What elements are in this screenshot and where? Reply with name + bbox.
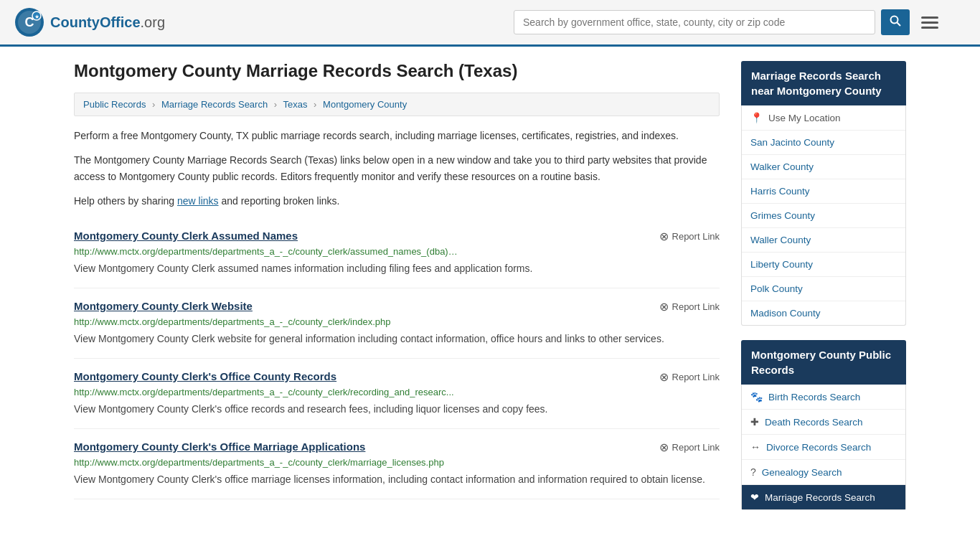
birth-icon: 🐾 <box>750 391 763 402</box>
public-records-link-4[interactable]: ❤ Marriage Records Search <box>742 485 905 509</box>
public-records-link-0[interactable]: 🐾 Birth Records Search <box>742 385 905 409</box>
site-header: C ★ CountyOffice.org <box>0 0 980 47</box>
main-content: Montgomery County Marriage Records Searc… <box>74 61 720 524</box>
public-records-item-1: ✚ Death Records Search <box>742 410 905 435</box>
search-input[interactable] <box>514 10 875 34</box>
breadcrumb-montgomery-county[interactable]: Montgomery County <box>323 99 407 110</box>
record-desc-2: View Montgomery County Clerk's office re… <box>74 402 720 417</box>
sidebar: Marriage Records Search near Montgomery … <box>741 61 906 524</box>
record-url-0: http://www.mctx.org/departments/departme… <box>74 246 720 257</box>
nearby-item-8: Madison County <box>742 301 905 325</box>
description-1: Perform a free Montgomery County, TX pub… <box>74 128 720 143</box>
nearby-item-4: Grimes County <box>742 204 905 228</box>
description-2: The Montgomery County Marriage Records S… <box>74 152 720 184</box>
search-button[interactable] <box>881 9 910 35</box>
nearby-item-3: Harris County <box>742 179 905 204</box>
record-item-header: Montgomery County Clerk Assumed Names ⊗ … <box>74 230 720 243</box>
record-desc-3: View Montgomery County Clerk's office ma… <box>74 472 720 487</box>
record-title-2[interactable]: Montgomery County Clerk's Office County … <box>74 370 336 382</box>
public-records-section: Montgomery County Public Records 🐾 Birth… <box>741 340 906 510</box>
public-records-link-2[interactable]: ↔ Divorce Records Search <box>742 435 905 459</box>
public-records-item-0: 🐾 Birth Records Search <box>742 385 905 410</box>
records-list: Montgomery County Clerk Assumed Names ⊗ … <box>74 218 720 499</box>
genealogy-icon: ? <box>750 466 756 478</box>
report-link-3[interactable]: ⊗ Report Link <box>659 441 720 454</box>
marriage-icon: ❤ <box>750 491 759 503</box>
nearby-link-6[interactable]: Liberty County <box>742 253 905 276</box>
nearby-link-4[interactable]: Grimes County <box>742 204 905 227</box>
menu-button[interactable] <box>915 14 944 32</box>
record-url-2: http://www.mctx.org/departments/departme… <box>74 387 720 397</box>
record-url-1: http://www.mctx.org/departments/departme… <box>74 316 720 327</box>
record-item: Montgomery County Clerk Assumed Names ⊗ … <box>74 218 720 288</box>
nearby-item-6: Liberty County <box>742 253 905 277</box>
record-desc-1: View Montgomery County Clerk website for… <box>74 331 720 347</box>
nearby-link-5[interactable]: Waller County <box>742 228 905 252</box>
svg-line-6 <box>897 23 901 27</box>
breadcrumb-texas[interactable]: Texas <box>283 99 308 110</box>
svg-text:★: ★ <box>34 14 39 20</box>
public-records-link-1[interactable]: ✚ Death Records Search <box>742 410 905 434</box>
breadcrumb-public-records[interactable]: Public Records <box>83 99 146 110</box>
report-icon: ⊗ <box>659 441 669 454</box>
public-records-item-2: ↔ Divorce Records Search <box>742 435 905 460</box>
divorce-icon: ↔ <box>750 441 760 453</box>
record-title-3[interactable]: Montgomery County Clerk's Office Marriag… <box>74 441 365 453</box>
record-item: Montgomery County Clerk's Office Marriag… <box>74 429 720 499</box>
breadcrumb: Public Records › Marriage Records Search… <box>74 93 720 116</box>
search-area <box>514 9 944 35</box>
nearby-section: Marriage Records Search near Montgomery … <box>741 61 906 326</box>
record-item-header: Montgomery County Clerk Website ⊗ Report… <box>74 300 720 314</box>
record-title-0[interactable]: Montgomery County Clerk Assumed Names <box>74 230 298 242</box>
logo-text: CountyOffice.org <box>50 14 165 31</box>
nearby-link-1[interactable]: San Jacinto County <box>742 131 905 154</box>
page-container: Montgomery County Marriage Records Searc… <box>60 47 920 539</box>
nearby-link-3[interactable]: Harris County <box>742 179 905 203</box>
nearby-link-7[interactable]: Polk County <box>742 277 905 301</box>
nearby-link-8[interactable]: Madison County <box>742 301 905 325</box>
nearby-heading: Marriage Records Search near Montgomery … <box>741 61 906 105</box>
report-link-2[interactable]: ⊗ Report Link <box>659 370 720 384</box>
record-desc-0: View Montgomery County Clerk assumed nam… <box>74 261 720 276</box>
public-records-link-3[interactable]: ? Genealogy Search <box>742 460 905 484</box>
record-url-3: http://www.mctx.org/departments/departme… <box>74 457 720 468</box>
report-link-1[interactable]: ⊗ Report Link <box>659 300 720 314</box>
logo-icon: C ★ <box>14 7 44 37</box>
record-item-header: Montgomery County Clerk's Office Marriag… <box>74 441 720 454</box>
nearby-item-2: Walker County <box>742 155 905 179</box>
svg-point-5 <box>891 17 898 24</box>
report-icon: ⊗ <box>659 300 669 314</box>
record-item: Montgomery County Clerk's Office County … <box>74 359 720 429</box>
public-records-item-4: ❤ Marriage Records Search <box>742 485 905 509</box>
nearby-item-7: Polk County <box>742 277 905 301</box>
nearby-link-2[interactable]: Walker County <box>742 155 905 179</box>
nearby-link-0[interactable]: 📍Use My Location <box>742 105 905 130</box>
breadcrumb-marriage-records-search[interactable]: Marriage Records Search <box>161 99 268 110</box>
death-icon: ✚ <box>750 416 759 428</box>
record-title-1[interactable]: Montgomery County Clerk Website <box>74 300 253 312</box>
search-icon <box>890 15 901 27</box>
record-item-header: Montgomery County Clerk's Office County … <box>74 370 720 384</box>
page-title: Montgomery County Marriage Records Searc… <box>74 61 720 81</box>
report-link-0[interactable]: ⊗ Report Link <box>659 230 720 243</box>
nearby-list: 📍Use My LocationSan Jacinto CountyWalker… <box>741 105 906 326</box>
record-item: Montgomery County Clerk Website ⊗ Report… <box>74 288 720 359</box>
logo-area: C ★ CountyOffice.org <box>14 7 165 37</box>
description-3: Help others by sharing new links and rep… <box>74 193 720 209</box>
new-links-link[interactable]: new links <box>177 195 219 207</box>
public-records-list: 🐾 Birth Records Search ✚ Death Records S… <box>741 385 906 510</box>
nearby-item-0: 📍Use My Location <box>742 105 905 131</box>
public-records-heading: Montgomery County Public Records <box>741 340 906 385</box>
report-icon: ⊗ <box>659 230 669 243</box>
nearby-item-1: San Jacinto County <box>742 131 905 155</box>
public-records-item-3: ? Genealogy Search <box>742 460 905 485</box>
hamburger-icon <box>921 17 938 29</box>
report-icon: ⊗ <box>659 370 669 384</box>
nearby-item-5: Waller County <box>742 228 905 253</box>
location-pin-icon: 📍 <box>750 112 763 123</box>
